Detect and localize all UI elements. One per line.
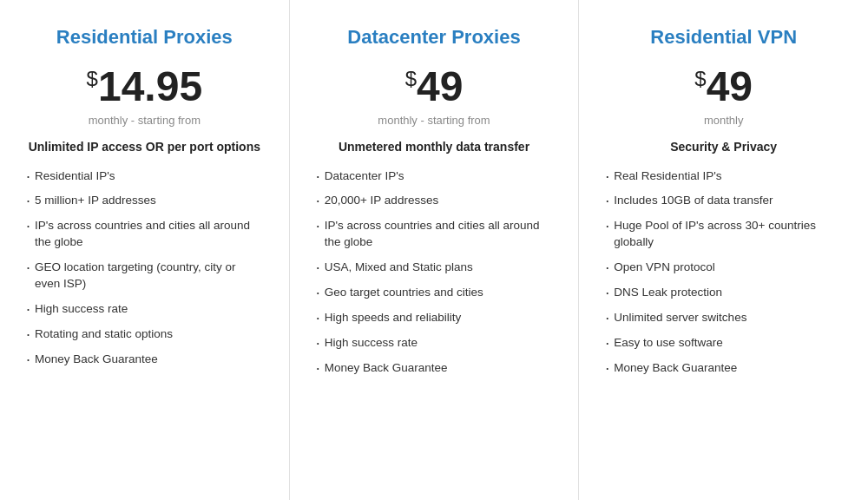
- feature-item: IP's across countries and cities all aro…: [26, 218, 263, 251]
- card-title: Datacenter Proxies: [316, 26, 553, 49]
- price-area: $49: [316, 62, 553, 110]
- feature-item: Unlimited server switches: [605, 310, 842, 326]
- feature-item: DNS Leak protection: [605, 285, 842, 301]
- feature-item: Money Back Guarantee: [26, 352, 263, 368]
- price-dollar-sign: $: [87, 67, 98, 90]
- feature-list: Real Residential IP'sIncludes 10GB of da…: [605, 168, 842, 385]
- price: $14.95: [87, 63, 202, 109]
- pricing-card-datacenter-proxies: Datacenter Proxies$49monthly - starting …: [290, 0, 580, 500]
- price-dollar-sign: $: [694, 67, 706, 90]
- feature-item: High success rate: [316, 335, 553, 352]
- price: $49: [694, 63, 753, 109]
- card-title: Residential VPN: [605, 26, 842, 49]
- card-title: Residential Proxies: [26, 26, 263, 49]
- price-dollar-sign: $: [405, 67, 417, 90]
- feature-item: Residential IP's: [26, 168, 263, 185]
- feature-item: 5 million+ IP addresses: [26, 193, 263, 209]
- feature-item: Money Back Guarantee: [316, 360, 553, 377]
- feature-item: Datacenter IP's: [316, 168, 553, 185]
- pricing-card-residential-proxies: Residential Proxies$14.95monthly - start…: [0, 0, 290, 500]
- feature-headline: Unlimited IP access OR per port options: [26, 139, 263, 156]
- feature-list: Residential IP's5 million+ IP addressesI…: [26, 168, 263, 377]
- feature-item: IP's across countries and cities all aro…: [316, 218, 553, 251]
- feature-headline: Unmetered monthly data transfer: [316, 139, 553, 156]
- feature-item: 20,000+ IP addresses: [316, 193, 553, 209]
- pricing-card-residential-vpn: Residential VPN$49monthlySecurity & Priv…: [579, 0, 868, 500]
- feature-item: Open VPN protocol: [605, 260, 842, 276]
- feature-item: Rotating and static options: [26, 326, 263, 343]
- feature-headline: Security & Privacy: [605, 139, 842, 156]
- price-subtitle: monthly - starting from: [316, 114, 553, 127]
- price-area: $14.95: [26, 62, 263, 110]
- feature-item: USA, Mixed and Static plans: [316, 260, 553, 276]
- price: $49: [405, 63, 464, 109]
- feature-item: Geo target countries and cities: [316, 285, 553, 301]
- feature-list: Datacenter IP's20,000+ IP addressesIP's …: [316, 168, 553, 385]
- feature-item: Includes 10GB of data transfer: [605, 193, 842, 209]
- price-subtitle: monthly: [605, 114, 842, 127]
- price-subtitle: monthly - starting from: [26, 114, 263, 127]
- feature-item: Easy to use software: [605, 335, 842, 352]
- feature-item: Money Back Guarantee: [605, 360, 842, 377]
- feature-item: GEO location targeting (country, city or…: [26, 260, 263, 293]
- feature-item: Huge Pool of IP's across 30+ countries g…: [605, 218, 842, 251]
- price-area: $49: [605, 62, 842, 110]
- feature-item: High success rate: [26, 301, 263, 318]
- feature-item: Real Residential IP's: [605, 168, 842, 185]
- feature-item: High speeds and reliability: [316, 310, 553, 326]
- pricing-container: Residential Proxies$14.95monthly - start…: [0, 0, 868, 500]
